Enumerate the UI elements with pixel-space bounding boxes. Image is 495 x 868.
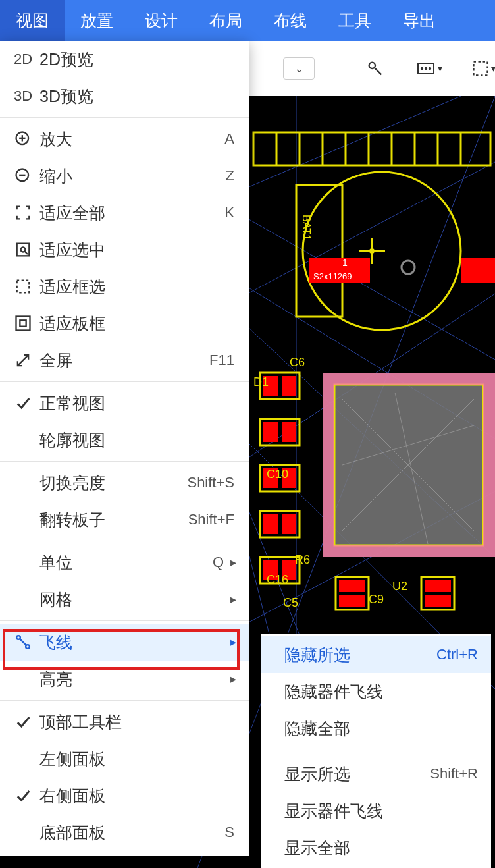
check-icon bbox=[9, 786, 37, 805]
menu-normal-view[interactable]: 正常视图 bbox=[0, 385, 249, 421]
check-icon bbox=[9, 713, 37, 731]
fit-selected-icon bbox=[9, 240, 37, 259]
menu-bottom-panel[interactable]: 底部面板 S bbox=[0, 814, 249, 851]
menu-route[interactable]: 布线 bbox=[258, 0, 323, 41]
svg-rect-39 bbox=[461, 258, 495, 283]
separator bbox=[0, 541, 249, 541]
svg-rect-46 bbox=[282, 376, 296, 396]
svg-rect-19 bbox=[253, 132, 490, 165]
3d-text-icon: 3D bbox=[9, 88, 37, 105]
svg-rect-64 bbox=[323, 545, 495, 557]
menu-top-toolbar[interactable]: 顶部工具栏 bbox=[0, 703, 249, 740]
menu-fit-marquee[interactable]: 适应框选 bbox=[0, 268, 249, 305]
svg-text:C10: C10 bbox=[267, 468, 288, 481]
menu-outline-view[interactable]: 轮廓视图 bbox=[0, 421, 249, 458]
menu-export[interactable]: 导出 bbox=[387, 0, 452, 41]
fit-all-icon bbox=[9, 203, 37, 222]
svg-rect-74 bbox=[339, 595, 365, 607]
menu-ratsnest[interactable]: 飞线 ▸ bbox=[0, 624, 249, 661]
menu-fit-all[interactable]: 适应全部 K bbox=[0, 194, 249, 231]
svg-rect-76 bbox=[425, 595, 451, 607]
sub-hide-component-ratsnest[interactable]: 隐藏器件飞线 bbox=[261, 673, 491, 710]
svg-text:U2: U2 bbox=[392, 580, 407, 593]
fullscreen-icon bbox=[9, 351, 37, 369]
menu-zoom-in[interactable]: 放大 A bbox=[0, 121, 249, 157]
svg-rect-73 bbox=[339, 580, 365, 592]
check-icon bbox=[9, 394, 37, 412]
menu-layout[interactable]: 布局 bbox=[194, 0, 258, 41]
svg-point-4 bbox=[425, 68, 426, 69]
svg-rect-48 bbox=[282, 422, 296, 442]
2d-text-icon: 2D bbox=[9, 51, 37, 68]
zoom-out-icon bbox=[9, 167, 37, 185]
fit-marquee-icon bbox=[9, 277, 37, 296]
chevron-right-icon: ▸ bbox=[228, 592, 238, 607]
fit-board-icon bbox=[9, 314, 37, 333]
menu-view[interactable]: 视图 bbox=[0, 0, 65, 41]
svg-point-33 bbox=[369, 248, 375, 254]
menu-2d-preview[interactable]: 2D 2D预览 bbox=[0, 41, 249, 78]
rect-dots-icon[interactable]: ▾ bbox=[413, 53, 445, 84]
svg-point-91 bbox=[16, 636, 20, 639]
svg-line-86 bbox=[24, 251, 28, 254]
svg-rect-65 bbox=[323, 373, 334, 557]
sub-show-component-ratsnest[interactable]: 显示器件飞线 bbox=[261, 792, 491, 829]
svg-point-34 bbox=[402, 261, 415, 274]
menu-grid[interactable]: 网格 ▸ bbox=[0, 581, 249, 618]
view-dropdown: 2D 2D预览 3D 3D预览 放大 A 缩小 Z 适应全部 K 适应选中 适应… bbox=[0, 41, 249, 856]
svg-rect-87 bbox=[17, 281, 30, 293]
svg-rect-61 bbox=[323, 373, 495, 557]
separator bbox=[261, 751, 491, 751]
menu-fullscreen[interactable]: 全屏 F11 bbox=[0, 342, 249, 379]
menu-fit-selected[interactable]: 适应选中 bbox=[0, 231, 249, 268]
menu-units[interactable]: 单位 Q ▸ bbox=[0, 544, 249, 581]
svg-rect-47 bbox=[263, 422, 278, 442]
svg-text:S2x11269: S2x11269 bbox=[313, 271, 352, 281]
svg-line-93 bbox=[20, 639, 26, 645]
menu-right-panel[interactable]: 右侧面板 bbox=[0, 777, 249, 814]
watermark: 知 知乎 @立创EDA bbox=[368, 844, 486, 861]
svg-text:BAT1: BAT1 bbox=[301, 215, 312, 240]
menu-place[interactable]: 放置 bbox=[65, 0, 129, 41]
separator bbox=[0, 461, 249, 462]
menu-bar: 视图 放置 设计 布局 布线 工具 导出 bbox=[0, 0, 495, 41]
svg-rect-75 bbox=[425, 580, 451, 592]
zoom-in-icon bbox=[9, 130, 37, 148]
menu-design[interactable]: 设计 bbox=[129, 0, 194, 41]
sub-hide-selected[interactable]: 隐藏所选 Ctrl+R bbox=[261, 636, 491, 673]
menu-toggle-brightness[interactable]: 切换亮度 Shift+S bbox=[0, 464, 249, 501]
chevron-right-icon: ▸ bbox=[228, 672, 238, 686]
svg-line-90 bbox=[18, 355, 28, 366]
separator bbox=[0, 117, 249, 118]
svg-rect-89 bbox=[20, 320, 26, 326]
svg-text:R6: R6 bbox=[295, 553, 310, 566]
sub-show-selected[interactable]: 显示所选 Shift+R bbox=[261, 755, 491, 792]
svg-rect-52 bbox=[282, 514, 296, 534]
menu-highlight[interactable]: 高亮 ▸ bbox=[0, 661, 249, 697]
zhihu-icon: 知 bbox=[368, 845, 384, 861]
menu-3d-preview[interactable]: 3D 3D预览 bbox=[0, 78, 249, 115]
svg-point-5 bbox=[429, 68, 430, 69]
svg-text:C16: C16 bbox=[267, 573, 288, 586]
probe-icon[interactable] bbox=[359, 53, 391, 84]
svg-line-1 bbox=[375, 68, 382, 75]
toolbar-dropdown[interactable]: ⌄ bbox=[283, 57, 315, 80]
ratsnest-icon bbox=[9, 633, 37, 651]
svg-rect-6 bbox=[473, 62, 487, 76]
chevron-right-icon: ▸ bbox=[228, 635, 238, 649]
svg-text:C6: C6 bbox=[290, 356, 305, 369]
menu-tools[interactable]: 工具 bbox=[323, 0, 387, 41]
separator bbox=[0, 381, 249, 382]
separator bbox=[0, 620, 249, 621]
svg-rect-88 bbox=[16, 317, 30, 331]
menu-zoom-out[interactable]: 缩小 Z bbox=[0, 157, 249, 194]
menu-fit-board[interactable]: 适应板框 bbox=[0, 305, 249, 342]
sub-hide-all[interactable]: 隐藏全部 bbox=[261, 710, 491, 747]
menu-flip-board[interactable]: 翻转板子 Shift+F bbox=[0, 501, 249, 538]
svg-text:1: 1 bbox=[342, 258, 348, 268]
svg-rect-63 bbox=[323, 373, 495, 385]
menu-left-panel[interactable]: 左侧面板 bbox=[0, 740, 249, 777]
svg-text:C9: C9 bbox=[369, 593, 384, 606]
marquee-icon[interactable]: ▾ bbox=[467, 53, 495, 84]
ratsnest-submenu: 隐藏所选 Ctrl+R 隐藏器件飞线 隐藏全部 显示所选 Shift+R 显示器… bbox=[261, 634, 491, 868]
